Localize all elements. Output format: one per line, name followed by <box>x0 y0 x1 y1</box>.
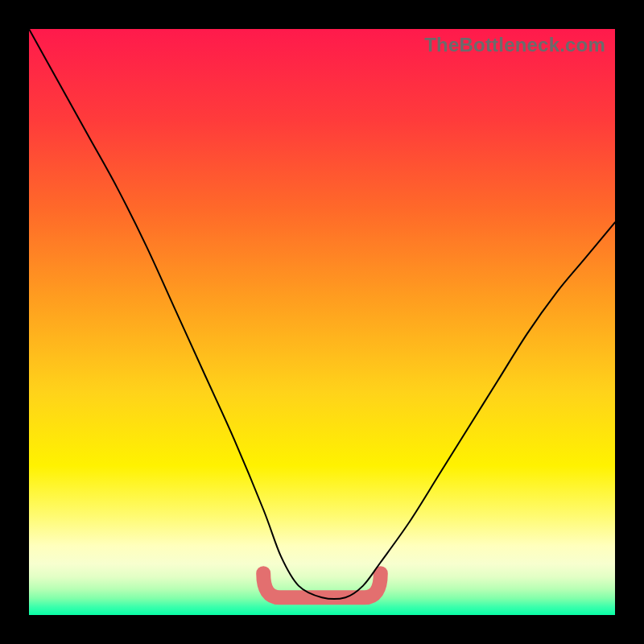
plot-area: TheBottleneck.com <box>29 29 615 615</box>
curve-layer <box>29 29 615 615</box>
bottleneck-curve <box>29 29 615 599</box>
chart-frame: TheBottleneck.com <box>0 0 644 644</box>
